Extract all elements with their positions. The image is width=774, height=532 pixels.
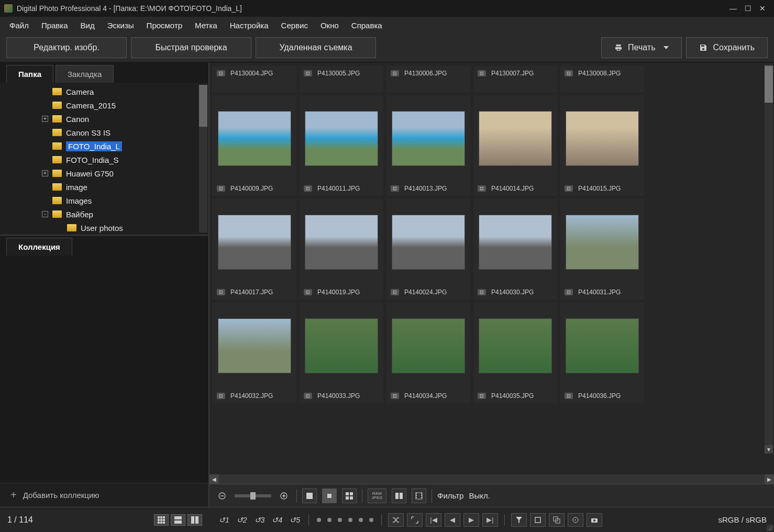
menu-thumbs[interactable]: Эскизы: [103, 19, 138, 32]
remote-shoot-button[interactable]: Удаленная съемка: [256, 37, 376, 58]
tree-item--[interactable]: -Вайбер: [16, 207, 208, 221]
add-collection-button[interactable]: + Добавить коллекцию: [0, 483, 208, 507]
nav-prev-button[interactable]: ◀: [445, 513, 460, 527]
menu-view[interactable]: Вид: [76, 19, 99, 32]
thumbnail-p4130007-jpg[interactable]: ⊡P4130007.JPG: [473, 66, 557, 92]
view-grid-button[interactable]: [154, 514, 169, 526]
thumbnail-p4140019-jpg[interactable]: ⊡P4140019.JPG: [300, 199, 383, 300]
tree-item-huawei-g750[interactable]: +Huawei G750: [16, 167, 208, 180]
label-dot-1[interactable]: [317, 518, 321, 522]
scroll-thumb[interactable]: [765, 66, 773, 103]
vertical-scrollbar[interactable]: ▲ ▼: [765, 66, 773, 453]
layout-grid-button[interactable]: [342, 489, 357, 503]
nav-next-button[interactable]: ▶: [463, 513, 479, 527]
folder-tree[interactable]: CameraCamera_2015+CanonCanon S3 ISFOTO_I…: [0, 83, 208, 235]
thumbnail-p4140030-jpg[interactable]: ⊡P4140030.JPG: [473, 199, 557, 300]
menu-edit[interactable]: Правка: [37, 19, 72, 32]
maximize-button[interactable]: ☐: [740, 2, 755, 15]
scroll-right-icon[interactable]: ▶: [765, 474, 774, 484]
tool-overlay-button[interactable]: [549, 513, 565, 527]
quick-check-button[interactable]: Быстрая проверка: [131, 37, 251, 58]
tab-bookmark[interactable]: Закладка: [56, 65, 114, 83]
rating-4[interactable]: ↺4: [270, 515, 284, 525]
thumbs-viewport[interactable]: ⊡P4130004.JPG⊡P4130005.JPG⊡P4130006.JPG⊡…: [209, 63, 774, 474]
thumbnail-p4140036-jpg[interactable]: ⊡P4140036.JPG: [560, 303, 644, 403]
shuffle-button[interactable]: [388, 513, 404, 527]
menu-settings[interactable]: Настройка: [226, 19, 273, 32]
expand-toggle[interactable]: -: [42, 211, 48, 217]
thumbnail-p4140017-jpg[interactable]: ⊡P4140017.JPG: [213, 199, 296, 300]
filter-state[interactable]: Выкл.: [469, 491, 490, 500]
thumbnail-p4130006-jpg[interactable]: ⊡P4130006.JPG: [386, 66, 470, 92]
save-button[interactable]: Сохранить: [686, 37, 768, 58]
tab-folder[interactable]: Папка: [6, 65, 53, 83]
tree-item-images[interactable]: Images: [16, 194, 208, 207]
label-dot-4[interactable]: [348, 518, 352, 522]
nav-first-button[interactable]: |◀: [426, 513, 441, 527]
film-button[interactable]: [412, 489, 426, 503]
horizontal-scrollbar[interactable]: ◀ ▶: [209, 474, 774, 484]
tool-camera-button[interactable]: [587, 513, 602, 527]
rating-3[interactable]: ↺3: [252, 515, 267, 525]
tree-item-canon[interactable]: +Canon: [16, 112, 208, 126]
edit-image-button[interactable]: Редактир. изобр.: [6, 37, 127, 58]
thumbnail-p4140011-jpg[interactable]: ⊡P4140011.JPG: [300, 95, 383, 196]
thumbnail-p4140032-jpg[interactable]: ⊡P4140032.JPG: [213, 303, 296, 403]
menu-file[interactable]: Файл: [5, 19, 33, 32]
label-dot-2[interactable]: [327, 518, 331, 522]
tree-scroll-thumb[interactable]: [199, 85, 207, 127]
expand-toggle[interactable]: +: [42, 170, 48, 176]
nav-last-button[interactable]: ▶|: [482, 513, 498, 527]
close-button[interactable]: ✕: [755, 2, 770, 15]
label-dot-6[interactable]: [369, 518, 373, 522]
label-dot-5[interactable]: [359, 518, 363, 522]
thumbnail-p4130005-jpg[interactable]: ⊡P4130005.JPG: [300, 66, 383, 92]
rating-1[interactable]: ↺1: [217, 515, 231, 525]
thumbnail-p4140014-jpg[interactable]: ⊡P4140014.JPG: [473, 95, 557, 196]
layout-medium-button[interactable]: [322, 489, 337, 503]
dual-pane-button[interactable]: [392, 489, 406, 503]
thumbnail-p4140013-jpg[interactable]: ⊡P4140013.JPG: [386, 95, 470, 196]
tree-item-camera[interactable]: Camera: [16, 85, 208, 98]
scroll-down-icon[interactable]: ▼: [765, 445, 773, 453]
thumbnail-p4140024-jpg[interactable]: ⊡P4140024.JPG: [386, 199, 470, 300]
menu-label[interactable]: Метка: [191, 19, 222, 32]
scroll-left-icon[interactable]: ◀: [209, 474, 219, 484]
zoom-out-button[interactable]: [215, 489, 229, 503]
resize-grip[interactable]: [767, 525, 773, 531]
thumbnail-p4140031-jpg[interactable]: ⊡P4140031.JPG: [560, 199, 644, 300]
zoom-in-button[interactable]: [277, 489, 291, 503]
tool-crop-button[interactable]: [530, 513, 546, 527]
thumbnail-p4140035-jpg[interactable]: ⊡P4140035.JPG: [473, 303, 557, 403]
rating-2[interactable]: ↺2: [235, 515, 249, 525]
tree-item-user-photos[interactable]: User photos: [16, 221, 208, 235]
rating-5[interactable]: ↺5: [288, 515, 302, 525]
zoom-slider[interactable]: [235, 494, 271, 497]
thumbnail-p4130008-jpg[interactable]: ⊡P4130008.JPG: [560, 66, 644, 92]
thumbnail-p4140015-jpg[interactable]: ⊡P4140015.JPG: [560, 95, 644, 196]
raw-jpeg-button[interactable]: RAWJPEG: [368, 489, 386, 503]
view-split-button[interactable]: [171, 514, 185, 526]
expand-button[interactable]: [407, 513, 423, 527]
menu-help[interactable]: Справка: [347, 19, 386, 32]
tree-item-image[interactable]: image: [16, 180, 208, 194]
thumbnail-p4130004-jpg[interactable]: ⊡P4130004.JPG: [213, 66, 296, 92]
expand-toggle[interactable]: +: [42, 116, 48, 122]
tree-item-canon-s3-is[interactable]: Canon S3 IS: [16, 126, 208, 139]
label-dot-3[interactable]: [338, 518, 342, 522]
tab-collection[interactable]: Коллекция: [6, 238, 72, 256]
filter-button[interactable]: [511, 513, 527, 527]
thumbnail-p4140034-jpg[interactable]: ⊡P4140034.JPG: [386, 303, 470, 403]
tool-focus-button[interactable]: [568, 513, 583, 527]
layout-large-button[interactable]: [302, 489, 317, 503]
tree-item-camera-2015[interactable]: Camera_2015: [16, 98, 208, 112]
tree-item-foto-india-l[interactable]: FOTO_India_L: [16, 139, 208, 153]
thumbnail-p4140009-jpg[interactable]: ⊡P4140009.JPG: [213, 95, 296, 196]
tree-item-foto-india-s[interactable]: FOTO_India_S: [16, 153, 208, 167]
print-button[interactable]: Печать: [601, 37, 682, 58]
thumbnail-p4140033-jpg[interactable]: ⊡P4140033.JPG: [300, 303, 383, 403]
menu-service[interactable]: Сервис: [277, 19, 312, 32]
view-columns-button[interactable]: [187, 514, 202, 526]
zoom-slider-knob[interactable]: [250, 492, 256, 500]
menu-window[interactable]: Окно: [316, 19, 343, 32]
